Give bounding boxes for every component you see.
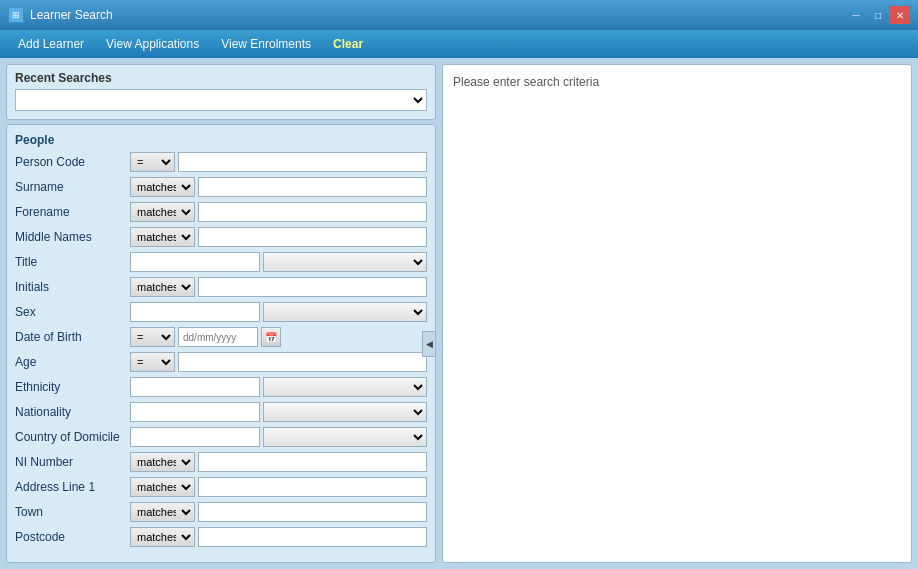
controls-surname: matchesstarts withequals (130, 177, 427, 197)
label-postcode: Postcode (15, 530, 130, 544)
input-sex-text[interactable] (130, 302, 260, 322)
input-ethnicity-text[interactable] (130, 377, 260, 397)
input-dob[interactable] (178, 327, 258, 347)
input-person-code[interactable] (178, 152, 427, 172)
row-sex: Sex (15, 301, 427, 323)
window-title: Learner Search (30, 8, 113, 22)
input-postcode[interactable] (198, 527, 427, 547)
label-surname: Surname (15, 180, 130, 194)
input-initials[interactable] (198, 277, 427, 297)
recent-searches-label: Recent Searches (15, 71, 427, 85)
operator-ni-number[interactable]: matchesstarts withequals (130, 452, 195, 472)
row-person-code: Person Code =!=<> (15, 151, 427, 173)
operator-town[interactable]: matchesstarts withequals (130, 502, 195, 522)
controls-ethnicity (130, 377, 427, 397)
operator-person-code[interactable]: =!=<> (130, 152, 175, 172)
input-country-text[interactable] (130, 427, 260, 447)
operator-age[interactable]: =!=<> (130, 352, 175, 372)
label-age: Age (15, 355, 130, 369)
label-title: Title (15, 255, 130, 269)
row-nationality: Nationality (15, 401, 427, 423)
row-surname: Surname matchesstarts withequals (15, 176, 427, 198)
row-title: Title (15, 251, 427, 273)
row-town: Town matchesstarts withequals (15, 501, 427, 523)
select-country[interactable] (263, 427, 427, 447)
controls-forename: matchesstarts withequals (130, 202, 427, 222)
search-form-panel: People Person Code =!=<> Surname (6, 124, 436, 563)
controls-town: matchesstarts withequals (130, 502, 427, 522)
controls-postcode: matchesstarts withequals (130, 527, 427, 547)
row-postcode: Postcode matchesstarts withequals (15, 526, 427, 548)
recent-searches-box: Recent Searches (6, 64, 436, 120)
left-panel: Recent Searches People Person Code =!=<> (6, 64, 436, 563)
recent-searches-select[interactable] (15, 89, 427, 111)
input-middle-names[interactable] (198, 227, 427, 247)
controls-date-of-birth: =!=<> 📅 (130, 327, 427, 347)
calendar-icon[interactable]: 📅 (261, 327, 281, 347)
controls-country-of-domicile (130, 427, 427, 447)
controls-sex (130, 302, 427, 322)
operator-dob[interactable]: =!=<> (130, 327, 175, 347)
operator-surname[interactable]: matchesstarts withequals (130, 177, 195, 197)
select-ethnicity[interactable] (263, 377, 427, 397)
label-person-code: Person Code (15, 155, 130, 169)
select-title[interactable] (263, 252, 427, 272)
select-sex[interactable] (263, 302, 427, 322)
row-ni-number: NI Number matchesstarts withequals (15, 451, 427, 473)
operator-postcode[interactable]: matchesstarts withequals (130, 527, 195, 547)
label-address-line-1: Address Line 1 (15, 480, 130, 494)
operator-address-line-1[interactable]: matchesstarts withequals (130, 477, 195, 497)
row-middle-names: Middle Names matchesstarts withequals (15, 226, 427, 248)
operator-middle-names[interactable]: matchesstarts withequals (130, 227, 195, 247)
main-content: Recent Searches People Person Code =!=<> (0, 58, 918, 569)
search-hint: Please enter search criteria (453, 75, 599, 89)
input-surname[interactable] (198, 177, 427, 197)
controls-title (130, 252, 427, 272)
controls-age: =!=<> (130, 352, 427, 372)
label-ethnicity: Ethnicity (15, 380, 130, 394)
row-initials: Initials matchesstarts withequals (15, 276, 427, 298)
input-town[interactable] (198, 502, 427, 522)
input-nationality-text[interactable] (130, 402, 260, 422)
search-form-scroll[interactable]: People Person Code =!=<> Surname (7, 125, 435, 562)
menu-clear[interactable]: Clear (323, 34, 373, 54)
menu-add-learner[interactable]: Add Learner (8, 34, 94, 54)
collapse-arrow[interactable]: ◀ (422, 331, 436, 357)
controls-address-line-1: matchesstarts withequals (130, 477, 427, 497)
operator-forename[interactable]: matchesstarts withequals (130, 202, 195, 222)
label-middle-names: Middle Names (15, 230, 130, 244)
label-forename: Forename (15, 205, 130, 219)
input-address-line-1[interactable] (198, 477, 427, 497)
row-ethnicity: Ethnicity (15, 376, 427, 398)
title-bar-controls: ─ □ ✕ (846, 6, 910, 24)
label-ni-number: NI Number (15, 455, 130, 469)
controls-ni-number: matchesstarts withequals (130, 452, 427, 472)
label-date-of-birth: Date of Birth (15, 330, 130, 344)
controls-middle-names: matchesstarts withequals (130, 227, 427, 247)
menu-view-enrolments[interactable]: View Enrolments (211, 34, 321, 54)
minimize-button[interactable]: ─ (846, 6, 866, 24)
input-title-text[interactable] (130, 252, 260, 272)
restore-button[interactable]: □ (868, 6, 888, 24)
title-bar-left: ⊞ Learner Search (8, 7, 113, 23)
controls-person-code: =!=<> (130, 152, 427, 172)
controls-initials: matchesstarts withequals (130, 277, 427, 297)
row-forename: Forename matchesstarts withequals (15, 201, 427, 223)
app-icon: ⊞ (8, 7, 24, 23)
input-forename[interactable] (198, 202, 427, 222)
operator-initials[interactable]: matchesstarts withequals (130, 277, 195, 297)
row-date-of-birth: Date of Birth =!=<> 📅 (15, 326, 427, 348)
label-town: Town (15, 505, 130, 519)
controls-nationality (130, 402, 427, 422)
input-ni-number[interactable] (198, 452, 427, 472)
title-bar: ⊞ Learner Search ─ □ ✕ (0, 0, 918, 30)
close-button[interactable]: ✕ (890, 6, 910, 24)
select-nationality[interactable] (263, 402, 427, 422)
row-age: Age =!=<> (15, 351, 427, 373)
label-nationality: Nationality (15, 405, 130, 419)
menu-view-applications[interactable]: View Applications (96, 34, 209, 54)
input-age[interactable] (178, 352, 427, 372)
row-address-line-1: Address Line 1 matchesstarts withequals (15, 476, 427, 498)
right-panel: Please enter search criteria (442, 64, 912, 563)
label-initials: Initials (15, 280, 130, 294)
